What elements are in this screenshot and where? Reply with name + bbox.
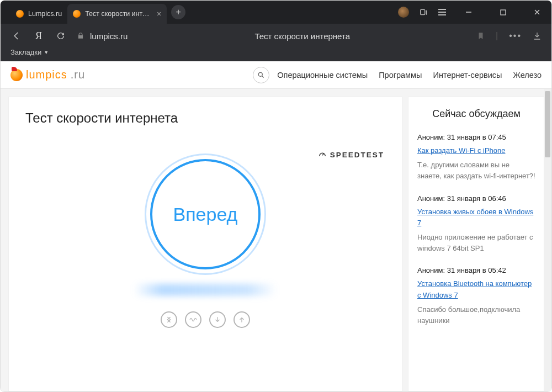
comment-item: Аноним: 31 января в 06:46 Установка живы… [417,193,535,255]
bookmarks-bar: Закладки ▼ [1,48,551,61]
page-heading: Тест скорости интернета [25,110,385,126]
comment-body: Ниодно приложение не работает с windows … [417,232,535,254]
close-window-button[interactable] [525,1,549,24]
comment-item: Аноним: 31 января в 05:42 Установка Blue… [417,265,535,326]
scrollbar[interactable] [544,89,551,391]
server-info-blurred [134,284,277,296]
profile-avatar[interactable] [398,7,409,18]
bookmarks-label: Закладки [10,48,41,56]
nav-programs[interactable]: Программы [379,71,422,80]
comment-meta: Аноним: 31 января в 05:42 [417,265,535,276]
browser-window: Lumpics.ru Тест скорости интернет × + [0,0,552,392]
comment-link[interactable]: Установка Bluetooth на компьютер с Windo… [417,279,532,299]
sidebar: Сейчас обсуждаем Аноним: 31 января в 07:… [408,97,545,391]
page-body: Тест скорости интернета SPEEDTEST Вперед [1,89,551,391]
more-icon[interactable]: ••• [509,31,522,41]
main-content: Тест скорости интернета SPEEDTEST Вперед [8,97,402,391]
downloads-icon[interactable] [533,31,542,40]
url-display[interactable]: lumpics.ru [77,31,128,41]
close-tab-icon[interactable]: × [157,9,161,18]
speedtest-label: SPEEDTEST [330,151,384,159]
logo-text-primary: lumpics [26,68,67,81]
sidebar-title: Сейчас обсуждаем [417,108,535,120]
comment-body: Спасибо большое,подключила наушники [417,304,535,326]
favicon-icon [16,10,24,18]
chevron-down-icon: ▼ [44,50,49,55]
svg-rect-0 [421,9,425,14]
ping-icon [161,311,177,328]
lock-icon [77,32,84,40]
download-icon [209,311,226,328]
search-icon [257,71,265,79]
url-domain: lumpics.ru [90,31,128,41]
comment-item: Аноним: 31 января в 07:45 Как раздать Wi… [417,132,535,182]
logo-text-secondary: .ru [71,68,85,81]
go-label: Вперед [173,204,238,225]
speedtest-brand: SPEEDTEST [318,150,384,159]
gauge-icon [318,150,327,159]
tab-title: Тест скорости интернет [85,10,152,18]
tab-lumpics[interactable]: Lumpics.ru [10,4,67,24]
site-nav: Операционные системы Программы Интернет-… [277,71,542,80]
comment-meta: Аноним: 31 января в 07:45 [417,132,535,143]
tab-speedtest[interactable]: Тест скорости интернет × [67,4,167,24]
metric-icons [25,311,385,328]
svg-point-2 [259,72,263,76]
upload-icon [233,311,250,328]
comment-body: Т.е. другими словами вы не знаете, как р… [417,160,535,182]
address-bar: Я lumpics.ru Тест скорости интернета | •… [1,24,551,48]
back-button[interactable] [10,31,23,41]
tab-strip: Lumpics.ru Тест скорости интернет × + [1,1,185,24]
site-logo[interactable]: lumpics.ru [10,68,85,81]
jitter-icon [185,311,201,328]
site-header: lumpics.ru Операционные системы Программ… [1,61,551,89]
tab-title: Lumpics.ru [28,10,62,18]
titlebar-controls [398,1,551,24]
favicon-icon [73,10,81,18]
nav-hardware[interactable]: Железо [513,71,542,80]
nav-os[interactable]: Операционные системы [277,71,368,80]
bookmarks-dropdown[interactable]: Закладки ▼ [10,48,49,56]
bookmark-icon[interactable] [477,31,485,40]
divider: | [496,31,498,41]
menu-icon[interactable] [438,8,447,16]
maximize-button[interactable] [491,1,515,24]
page-title: Тест скорости интернета [137,31,467,41]
titlebar: Lumpics.ru Тест скорости интернет × + [1,1,551,24]
search-button[interactable] [253,67,269,83]
new-tab-button[interactable]: + [171,5,185,19]
collections-icon[interactable] [419,8,428,17]
reload-button[interactable] [55,31,67,40]
minimize-button[interactable] [457,1,481,24]
comment-meta: Аноним: 31 января в 06:46 [417,193,535,204]
nav-services[interactable]: Интернет-сервисы [433,71,502,80]
yandex-button[interactable]: Я [33,30,45,42]
comment-link[interactable]: Как раздать Wi-Fi с iPhone [417,146,505,155]
go-button[interactable]: Вперед [150,159,261,269]
scrollbar-thumb[interactable] [545,91,550,157]
comment-link[interactable]: Установка живых обоев в Windows 7 [417,208,533,227]
svg-rect-1 [501,10,506,15]
logo-icon [10,69,23,81]
